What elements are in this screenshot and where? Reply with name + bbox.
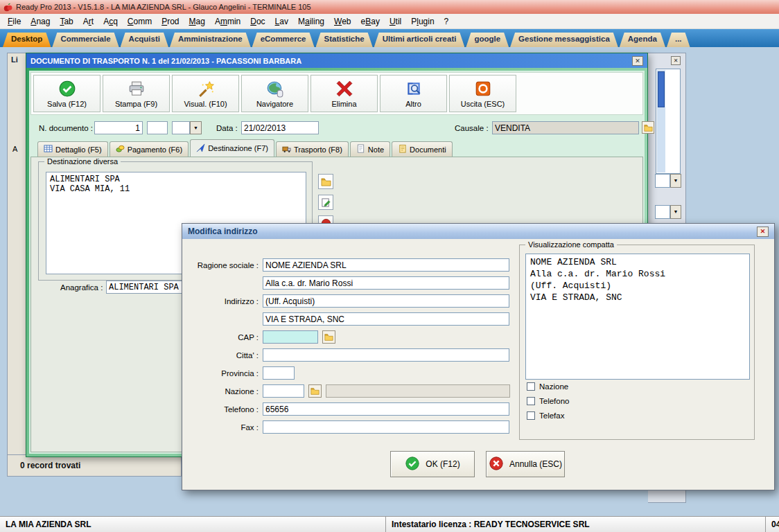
telefono-checkbox-row[interactable]: Telefono [527, 397, 569, 405]
causale-folder-button[interactable] [642, 121, 654, 134]
nazione-checkbox[interactable] [527, 382, 535, 391]
ok-button[interactable]: OK (F12) [390, 451, 475, 477]
compact-address-preview: NOME AZIENDA SRL Alla c.a. dr. Mario Ros… [525, 254, 750, 380]
nazione-checkbox-row[interactable]: Nazione [527, 382, 569, 391]
chevron-down-icon[interactable]: ▼ [670, 174, 681, 188]
cap-label: CAP : [186, 333, 259, 342]
save-check-icon [58, 80, 76, 98]
menubar-item[interactable]: Anag [26, 15, 55, 28]
address-form: Ragione sociale : Indirizzo : CAP : [186, 258, 514, 434]
cap-folder-button[interactable] [322, 330, 335, 344]
chevron-down-icon[interactable]: ▼ [190, 121, 202, 134]
menubar-item[interactable]: ? [439, 15, 454, 28]
cap-input[interactable] [263, 330, 318, 344]
background-combo-fragment[interactable]: ▼ [655, 174, 681, 188]
scrollbar-thumb[interactable] [658, 71, 665, 107]
address-edit-button[interactable] [318, 195, 333, 210]
tabstrip-tab[interactable]: Gestione messaggistica [510, 33, 618, 47]
cancel-button[interactable]: Annulla (ESC) [486, 451, 565, 477]
delete-button[interactable]: Elimina [310, 75, 378, 112]
statusbar-company: LA MIA AZIENDA SRL [0, 517, 385, 532]
tabstrip-tab[interactable]: Commerciale [52, 33, 119, 47]
tab-trasporto[interactable]: Trasporto (F8) [276, 141, 349, 157]
close-icon[interactable]: ✕ [671, 56, 681, 65]
tab-dettaglio[interactable]: Dettaglio (F5) [37, 141, 108, 157]
telefono-checkbox[interactable] [527, 397, 535, 405]
tabstrip-tab-label: Amministrazione [178, 35, 243, 43]
combo-field[interactable] [655, 174, 670, 188]
close-icon[interactable]: ✕ [632, 56, 643, 66]
document-number-input[interactable] [94, 121, 143, 134]
indirizzo-input[interactable] [263, 294, 509, 308]
app-titlebar: Ready Pro 2013 - V15.1.8 - LA MIA AZIEND… [0, 0, 779, 14]
fax-input[interactable] [263, 420, 509, 434]
menubar-item[interactable]: Lav [270, 15, 293, 28]
menubar-item[interactable]: Ammin [210, 15, 245, 28]
nazione-folder-button[interactable] [308, 384, 322, 398]
tabstrip-tab[interactable]: Desktop [3, 33, 51, 47]
form-row: Citta' : [186, 348, 514, 362]
dialog-titlebar[interactable]: Modifica indirizzo ✕ [182, 224, 774, 239]
document-type-combo[interactable]: ▼ [172, 121, 202, 134]
save-button[interactable]: Salva (F12) [33, 75, 100, 112]
tabstrip-tab[interactable]: Statistiche [316, 33, 373, 47]
nazione-checkbox-label: Nazione [539, 382, 568, 391]
ragione-sociale-input[interactable] [263, 258, 509, 272]
tab-note[interactable]: Note [350, 141, 390, 157]
date-input[interactable] [241, 121, 319, 134]
close-icon[interactable]: ✕ [757, 227, 769, 237]
menubar-item[interactable]: Comm [123, 15, 157, 28]
citta-input[interactable] [263, 348, 509, 362]
nazione-description-field [326, 384, 510, 398]
menubar-item[interactable]: Prod [157, 15, 184, 28]
tabstrip-tab[interactable]: Agenda [620, 33, 665, 47]
tab-pagamento[interactable]: Pagamento (F6) [110, 141, 189, 157]
navigator-button[interactable]: Navigatore [241, 75, 308, 112]
tabstrip-tab[interactable]: google [466, 33, 509, 47]
telefono-input[interactable] [263, 402, 509, 416]
menubar-item[interactable]: Tab [55, 15, 78, 28]
telefax-checkbox-row[interactable]: Telefax [527, 411, 569, 420]
tab-documenti[interactable]: Documenti [392, 141, 453, 157]
combo-field[interactable] [655, 205, 670, 219]
provincia-input[interactable] [263, 366, 295, 380]
note-icon [356, 144, 365, 154]
ddt-window-titlebar[interactable]: DOCUMENTO DI TRASPORTO N. 1 del 21/02/20… [26, 53, 647, 68]
menubar-item[interactable]: eBay [356, 15, 385, 28]
exit-button[interactable]: Uscita (ESC) [449, 75, 516, 112]
address-folder-button[interactable] [318, 174, 333, 189]
telefax-checkbox[interactable] [527, 411, 535, 420]
tab-destinazione[interactable]: Destinazione (F7) [190, 139, 274, 157]
ragione-sociale-2-input[interactable] [263, 276, 509, 290]
menubar-item[interactable]: Doc [245, 15, 270, 28]
background-combo-fragment[interactable]: ▼ [655, 205, 681, 219]
tabstrip-tab[interactable]: ... [667, 33, 690, 47]
nazione-input[interactable] [263, 384, 304, 398]
tabstrip-tab[interactable]: eCommerce [252, 33, 315, 47]
menubar-item[interactable]: Web [329, 15, 356, 28]
tabstrip-tab[interactable]: Ultimi articoli creati [374, 33, 465, 47]
combo-field[interactable] [172, 121, 190, 134]
chevron-down-icon[interactable]: ▼ [670, 205, 681, 219]
scrollbar[interactable] [657, 70, 665, 172]
menubar-item[interactable]: Mailing [293, 15, 329, 28]
menubar-item[interactable]: Mag [184, 15, 210, 28]
modifica-indirizzo-dialog: Modifica indirizzo ✕ Ragione sociale : I… [182, 223, 775, 490]
indirizzo-2-input[interactable] [263, 312, 509, 326]
menubar-item[interactable]: Plugin [406, 15, 439, 28]
tabstrip-tab[interactable]: Amministrazione [170, 33, 251, 47]
other-button[interactable]: Altro [380, 75, 447, 112]
print-button[interactable]: Stampa (F9) [103, 75, 170, 112]
preview-button-label: Visual. (F10) [184, 100, 227, 108]
telefax-checkbox-label: Telefax [539, 411, 564, 420]
menubar-item[interactable]: Art [78, 15, 98, 28]
form-row: Nazione : [186, 384, 514, 398]
document-suffix-input[interactable] [147, 121, 168, 134]
tabstrip-tab[interactable]: Acquisti [121, 33, 168, 47]
menubar-item[interactable]: File [3, 15, 26, 28]
preview-button[interactable]: Visual. (F10) [172, 75, 239, 112]
causale-input[interactable] [492, 121, 639, 134]
menubar-item[interactable]: Acq [98, 15, 123, 28]
menubar-item[interactable]: Util [385, 15, 406, 28]
tab-label: Dettaglio (F5) [55, 145, 102, 154]
